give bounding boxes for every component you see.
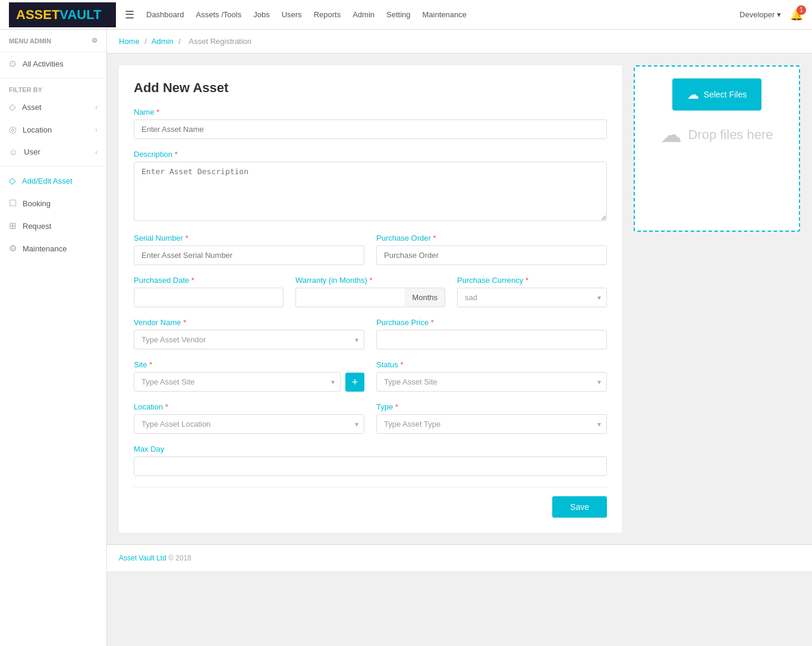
sidebar-item-all-activities[interactable]: ⊙ All Activities: [0, 52, 106, 75]
currency-col: Purchase Currency * sad ▾: [457, 276, 607, 318]
location-col: Location * Type Asset Location ▾: [134, 402, 364, 445]
breadcrumb-current: Asset Registration: [189, 37, 252, 46]
warranty-col: Warranty (in Months) * 0 Months: [295, 276, 445, 318]
navbar: ASSETVAULT ☰ Dashboard Assets /Tools Job…: [0, 0, 812, 30]
vendor-select-wrapper: Type Asset Vendor ▾: [134, 330, 364, 349]
nav-maintenance[interactable]: Maintenance: [423, 10, 467, 19]
price-group: Purchase Price * sad 0.00: [376, 318, 607, 349]
site-add-button[interactable]: +: [345, 373, 364, 392]
breadcrumb-home[interactable]: Home: [119, 37, 140, 46]
nav-right: Developer ▾ 🔔 1: [739, 8, 803, 21]
price-input[interactable]: sad 0.00: [376, 330, 607, 349]
upload-area: ☁ Select Files ☁ Drop files here: [634, 65, 800, 232]
sidebar-item-maintenance[interactable]: ⚙ Maintenance: [0, 237, 106, 260]
site-select[interactable]: Type Asset Site: [134, 372, 341, 392]
description-label: Description *: [134, 150, 607, 159]
page-title: Add New Asset: [134, 80, 607, 96]
hamburger-icon[interactable]: ☰: [125, 8, 134, 21]
purchase-order-label: Purchase Order *: [376, 234, 607, 242]
date-col: Purchased Date * 2018-06-06: [134, 276, 284, 318]
location-group: Location * Type Asset Location ▾: [134, 402, 364, 434]
location-select[interactable]: Type Asset Location: [134, 414, 364, 434]
purchase-order-input[interactable]: [376, 245, 607, 265]
currency-label: Purchase Currency *: [457, 276, 607, 285]
save-button[interactable]: Save: [552, 496, 607, 518]
chevron-icon: ‹: [95, 103, 97, 111]
sidebar-menu-admin: MENU ADMIN ⚙: [0, 30, 106, 52]
add-asset-icon: ◇: [9, 175, 16, 186]
sidebar-divider: [0, 78, 106, 78]
activities-icon: ⊙: [9, 58, 17, 69]
breadcrumb-admin[interactable]: Admin: [152, 37, 174, 46]
max-day-input[interactable]: [134, 456, 607, 476]
nav-assets[interactable]: Assets /Tools: [196, 10, 242, 19]
serial-input[interactable]: [134, 245, 364, 265]
currency-select-wrapper: sad ▾: [457, 288, 607, 307]
filter-by-label: FILTER BY: [0, 81, 106, 96]
nav-users[interactable]: Users: [282, 10, 302, 19]
purchase-order-group: Purchase Order *: [376, 234, 607, 265]
upload-box: ☁ Select Files ☁ Drop files here: [634, 65, 800, 232]
warranty-input-group: 0 Months: [295, 288, 445, 307]
sidebar-item-booking[interactable]: ☐ Booking: [0, 192, 106, 215]
name-input[interactable]: [134, 119, 607, 139]
sidebar: MENU ADMIN ⚙ ⊙ All Activities FILTER BY …: [0, 30, 107, 646]
serial-col: Serial Number *: [134, 234, 364, 276]
type-select[interactable]: Type Asset Type: [376, 414, 607, 434]
chevron-icon-2: ‹: [95, 126, 97, 133]
nav-jobs[interactable]: Jobs: [253, 10, 269, 19]
name-group: Name *: [134, 108, 607, 139]
location-select-wrapper: Type Asset Location ▾: [134, 414, 364, 434]
status-select[interactable]: Type Asset Site: [376, 372, 607, 392]
currency-group: Purchase Currency * sad ▾: [457, 276, 607, 307]
location-icon: ◎: [9, 124, 17, 135]
name-label: Name *: [134, 108, 607, 116]
site-label: Site *: [134, 360, 364, 369]
serial-label: Serial Number *: [134, 234, 364, 242]
serial-group: Serial Number *: [134, 234, 364, 265]
currency-select[interactable]: sad: [457, 288, 607, 307]
price-col: Purchase Price * sad 0.00: [376, 318, 607, 360]
brand-vault: VAULT: [59, 7, 101, 23]
vendor-label: Vendor Name *: [134, 318, 364, 327]
vendor-col: Vendor Name * Type Asset Vendor ▾: [134, 318, 364, 360]
nav-dashboard[interactable]: Dashboard: [146, 10, 184, 19]
layout: MENU ADMIN ⚙ ⊙ All Activities FILTER BY …: [0, 30, 812, 646]
status-label: Status *: [376, 360, 607, 369]
purchased-date-input[interactable]: 2018-06-06: [134, 288, 284, 307]
sidebar-divider-2: [0, 166, 106, 166]
vendor-price-row: Vendor Name * Type Asset Vendor ▾: [134, 318, 607, 360]
main-content: Home / Admin / Asset Registration Add Ne…: [107, 30, 812, 646]
sidebar-item-user[interactable]: ☺ User ‹: [0, 141, 106, 163]
nav-bell[interactable]: 🔔 1: [790, 8, 803, 21]
description-input[interactable]: [134, 162, 607, 221]
sidebar-item-location[interactable]: ◎ Location ‹: [0, 118, 106, 141]
nav-reports[interactable]: Reports: [314, 10, 341, 19]
footer-link[interactable]: Asset Vault Ltd: [119, 554, 166, 562]
sidebar-item-request[interactable]: ⊞ Request: [0, 215, 106, 237]
breadcrumb: Home / Admin / Asset Registration: [107, 30, 812, 53]
select-files-button[interactable]: ☁ Select Files: [672, 78, 761, 111]
footer: Asset Vault Ltd © 2018: [107, 544, 812, 571]
sidebar-item-add-edit-asset[interactable]: ◇ Add/Edit Asset: [0, 169, 106, 192]
gear-icon[interactable]: ⚙: [92, 37, 97, 45]
type-label: Type *: [376, 402, 607, 411]
warranty-label: Warranty (in Months) *: [295, 276, 445, 285]
warranty-input[interactable]: 0: [295, 288, 405, 307]
vendor-group: Vendor Name * Type Asset Vendor ▾: [134, 318, 364, 349]
warranty-unit: Months: [405, 288, 445, 307]
nav-admin[interactable]: Admin: [353, 10, 374, 19]
vendor-select[interactable]: Type Asset Vendor: [134, 330, 364, 349]
site-status-row: Site * Type Asset Site ▾ +: [134, 360, 607, 402]
bell-badge: 1: [797, 5, 806, 15]
status-select-wrapper: Type Asset Site ▾: [376, 372, 607, 392]
nav-user[interactable]: Developer ▾: [739, 10, 781, 19]
sidebar-item-asset[interactable]: ◇ Asset ‹: [0, 96, 106, 118]
nav-links: Dashboard Assets /Tools Jobs Users Repor…: [146, 10, 739, 19]
user-icon: ☺: [9, 147, 18, 157]
purchased-date-group: Purchased Date * 2018-06-06: [134, 276, 284, 307]
site-select-wrapper: Type Asset Site ▾: [134, 372, 341, 392]
type-select-wrapper: Type Asset Type ▾: [376, 414, 607, 434]
nav-setting[interactable]: Setting: [386, 10, 410, 19]
upload-icon: ☁: [687, 87, 699, 102]
